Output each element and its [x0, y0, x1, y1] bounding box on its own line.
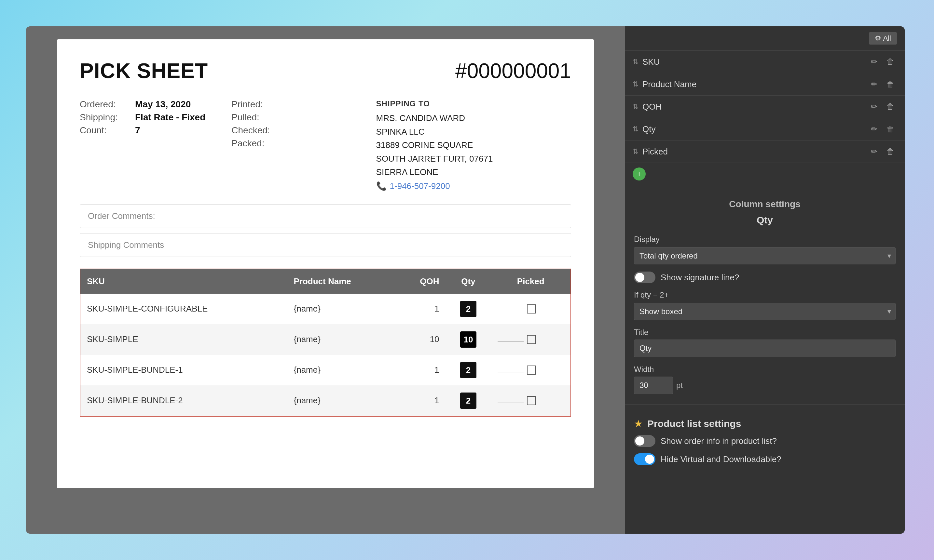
- width-row: Width pt: [625, 361, 905, 398]
- shipping-comments: Shipping Comments: [80, 233, 571, 257]
- show-signature-toggle[interactable]: [634, 272, 655, 283]
- ordered-label: Ordered:: [80, 99, 128, 109]
- cell-sku: SKU-SIMPLE-BUNDLE-1: [80, 355, 287, 385]
- cell-qty: 2: [446, 385, 491, 416]
- sidebar-top-bar: ⚙ All: [625, 26, 905, 51]
- cell-sku: SKU-SIMPLE-CONFIGURABLE: [80, 294, 287, 324]
- qty-badge: 2: [460, 392, 476, 409]
- address1: 31889 CORINE SQUARE: [376, 138, 493, 152]
- cell-qty: 2: [446, 294, 491, 324]
- picked-checkbox-box: [527, 305, 536, 314]
- drag-handle-0[interactable]: ⇅: [633, 58, 638, 66]
- title-input[interactable]: [634, 340, 895, 357]
- show-order-info-label: Show order info in product list?: [661, 436, 777, 446]
- col-sku: SKU: [80, 269, 287, 294]
- cell-name: {name}: [287, 294, 396, 324]
- if-qty-select[interactable]: Show boxed Show stacked Default: [634, 303, 895, 320]
- edit-column-3[interactable]: ✏: [868, 123, 880, 135]
- pulled-row: Pulled:: [231, 112, 340, 123]
- count-row: Count: 7: [80, 125, 205, 135]
- title-input-row: Title: [625, 324, 905, 361]
- pick-sheet-wrapper: PICK SHEET #000000001 Ordered: May 13, 2…: [26, 26, 625, 534]
- col-qoh: QOH: [396, 269, 445, 294]
- phone-icon: 📞: [376, 181, 387, 191]
- picked-checkbox-box: [527, 366, 536, 375]
- column-row-3: ⇅ Qty ✏ 🗑: [625, 118, 905, 140]
- table-header-row: SKU Product Name QOH Qty Picked: [80, 269, 571, 294]
- display-select-wrapper: Total qty ordered Unit qty Both: [634, 247, 895, 265]
- hide-virtual-slider: [634, 453, 655, 465]
- pick-sheet: PICK SHEET #000000001 Ordered: May 13, 2…: [57, 39, 594, 488]
- add-column-button[interactable]: +: [633, 168, 646, 180]
- delete-column-4[interactable]: 🗑: [884, 146, 897, 157]
- width-input[interactable]: [634, 377, 673, 394]
- picked-cell: [498, 396, 564, 405]
- shipping-comments-label: Shipping Comments: [88, 240, 164, 250]
- col-qty: Qty: [446, 269, 491, 294]
- pt-label: pt: [676, 381, 683, 390]
- edit-column-0[interactable]: ✏: [868, 56, 880, 68]
- title-label: Title: [634, 328, 895, 337]
- edit-column-4[interactable]: ✏: [868, 146, 880, 157]
- delete-column-1[interactable]: 🗑: [884, 78, 897, 90]
- cell-qoh: 1: [396, 355, 445, 385]
- order-number: #000000001: [455, 59, 571, 83]
- packed-row: Packed:: [231, 138, 340, 149]
- cell-sku: SKU-SIMPLE: [80, 324, 287, 355]
- count-value: 7: [135, 125, 140, 135]
- phone-row: 📞 1-946-507-9200: [376, 181, 493, 191]
- edit-column-1[interactable]: ✏: [868, 78, 880, 90]
- column-row-1: ⇅ Product Name ✏ 🗑: [625, 73, 905, 95]
- show-order-info-toggle[interactable]: [634, 435, 655, 447]
- picked-line: [498, 368, 524, 372]
- cell-sku: SKU-SIMPLE-BUNDLE-2: [80, 385, 287, 416]
- hide-virtual-toggle[interactable]: [634, 453, 655, 465]
- column-label-1: Product Name: [643, 79, 865, 89]
- column-label-3: Qty: [643, 124, 865, 134]
- drag-handle-2[interactable]: ⇅: [633, 102, 638, 111]
- table-row: SKU-SIMPLE {name} 10 10: [80, 324, 571, 355]
- cell-qty: 10: [446, 324, 491, 355]
- ordered-row: Ordered: May 13, 2020: [80, 99, 205, 109]
- pulled-line: [265, 115, 330, 120]
- cell-name: {name}: [287, 324, 396, 355]
- delete-column-0[interactable]: 🗑: [884, 56, 897, 68]
- order-comments: Order Comments:: [80, 204, 571, 228]
- drag-handle-4[interactable]: ⇅: [633, 147, 638, 156]
- hide-virtual-label: Hide Virtual and Downloadable?: [661, 454, 781, 465]
- cell-name: {name}: [287, 355, 396, 385]
- column-label-4: Picked: [643, 147, 865, 157]
- table-row: SKU-SIMPLE-CONFIGURABLE {name} 1 2: [80, 294, 571, 324]
- shipping-address: MRS. CANDIDA WARD SPINKA LLC 31889 CORIN…: [376, 112, 493, 179]
- picked-checkbox-box: [527, 335, 536, 344]
- pick-sheet-header: PICK SHEET #000000001: [80, 59, 571, 83]
- divider-2: [625, 405, 905, 405]
- display-select[interactable]: Total qty ordered Unit qty Both: [634, 247, 895, 265]
- picked-cell: [498, 335, 564, 344]
- product-list-settings-title: Product list settings: [647, 418, 741, 429]
- delete-column-3[interactable]: 🗑: [884, 123, 897, 135]
- packed-line: [270, 141, 334, 146]
- column-row-2: ⇅ QOH ✏ 🗑: [625, 95, 905, 118]
- count-label: Count:: [80, 125, 128, 135]
- width-input-group: pt: [634, 377, 895, 394]
- settings-icon: ⚙: [875, 34, 881, 43]
- qty-badge: 2: [460, 362, 476, 378]
- cell-picked: [491, 324, 571, 355]
- drag-handle-1[interactable]: ⇅: [633, 80, 638, 88]
- picked-line: [498, 337, 524, 342]
- show-signature-label: Show signature line?: [661, 272, 739, 283]
- cell-picked: [491, 355, 571, 385]
- picked-cell: [498, 305, 564, 314]
- qty-badge: 2: [460, 301, 476, 317]
- picked-line: [498, 398, 524, 403]
- printed-label: Printed:: [231, 99, 263, 109]
- show-order-info-row: Show order info in product list?: [625, 432, 905, 450]
- drag-handle-3[interactable]: ⇅: [633, 125, 638, 133]
- all-label: All: [883, 34, 891, 43]
- table-row: SKU-SIMPLE-BUNDLE-2 {name} 1 2: [80, 385, 571, 416]
- edit-column-2[interactable]: ✏: [868, 101, 880, 112]
- picked-cell: [498, 366, 564, 375]
- pick-sheet-title: PICK SHEET: [80, 59, 208, 83]
- delete-column-2[interactable]: 🗑: [884, 101, 897, 112]
